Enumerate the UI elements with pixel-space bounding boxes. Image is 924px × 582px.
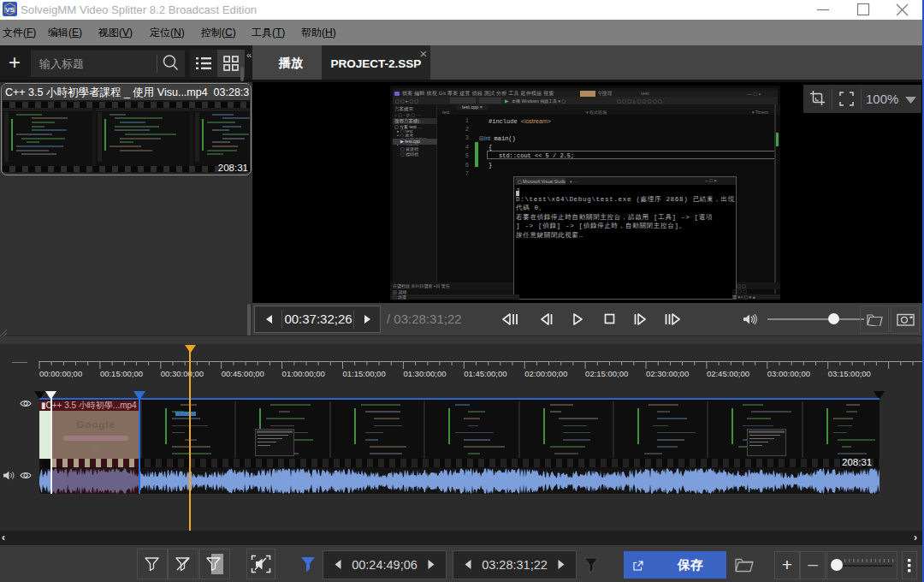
svg-text:VS: VS (5, 6, 15, 14)
